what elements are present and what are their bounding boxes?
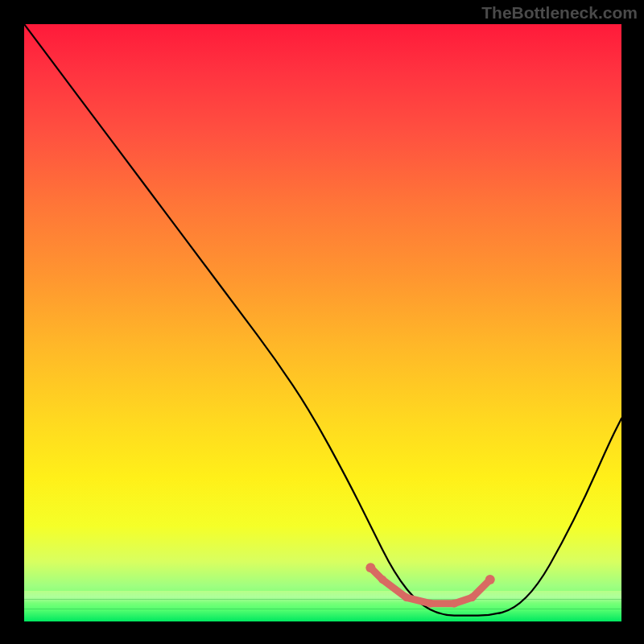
optimal-range-dot bbox=[365, 563, 375, 572]
bottleneck-curve-path bbox=[24, 24, 621, 616]
optimal-range-dot bbox=[485, 575, 495, 584]
chart-plot-area bbox=[24, 24, 621, 621]
optimal-range-dot bbox=[378, 576, 386, 584]
watermark-text: TheBottleneck.com bbox=[481, 3, 638, 23]
optimal-range-dot bbox=[427, 600, 435, 608]
optimal-range-markers bbox=[365, 563, 494, 608]
chart-svg bbox=[24, 24, 621, 621]
optimal-range-dot bbox=[450, 600, 458, 608]
optimal-range-dot bbox=[402, 593, 411, 601]
optimal-range-dot bbox=[469, 593, 477, 601]
